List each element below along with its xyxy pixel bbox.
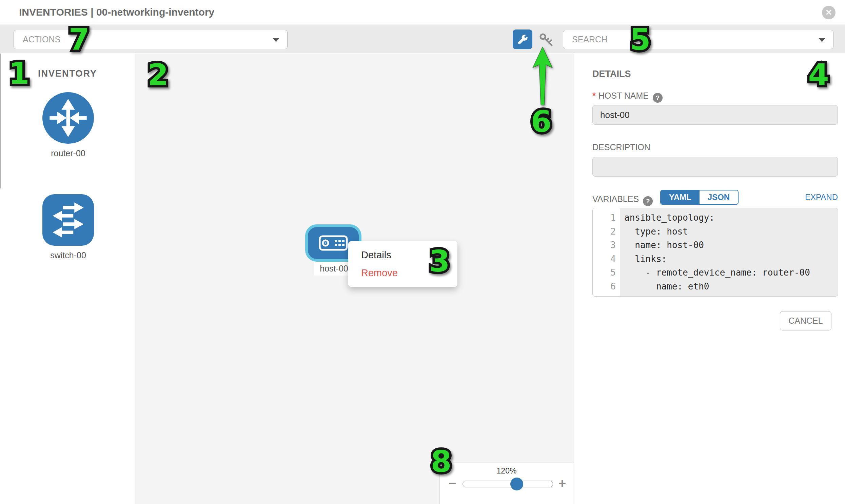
line-number: 6 — [593, 280, 620, 293]
code-line: type: host — [624, 225, 838, 239]
caret-down-icon — [273, 38, 279, 42]
key-icon[interactable] — [538, 32, 556, 47]
line-number: 3 — [593, 238, 620, 252]
wrench-icon — [516, 33, 529, 46]
router-icon — [42, 92, 94, 144]
close-button[interactable]: ✕ — [822, 6, 835, 19]
zoom-slider-thumb[interactable] — [510, 478, 523, 490]
code-line: - remote_device_name: router-00 — [624, 266, 838, 280]
code-line: remote_interface_name: eth0 — [624, 293, 838, 296]
code-editor-gutter: 1 2 3 4 5 6 7 — [593, 208, 620, 296]
palette-item-switch[interactable]: switch-00 — [42, 194, 94, 260]
details-panel: DETAILS *HOST NAME? DESCRIPTION VARIABLE… — [575, 54, 845, 504]
host-name-input[interactable] — [592, 105, 838, 125]
palette-item-label: router-00 — [42, 148, 94, 158]
app-window: INVENTORIES | 00-networking-inventory ✕ … — [0, 0, 845, 504]
context-menu-item-details[interactable]: Details — [348, 246, 457, 264]
code-line: links: — [624, 252, 838, 266]
line-number: 1 — [593, 211, 620, 225]
toolbar: ACTIONS SEARCH — [0, 25, 845, 53]
help-icon[interactable]: ? — [643, 196, 653, 206]
host-name-label: *HOST NAME? — [592, 91, 663, 103]
context-menu: Details Remove — [348, 241, 457, 287]
switch-icon — [42, 194, 94, 246]
code-editor-content[interactable]: ansible_topology: type: host name: host-… — [620, 208, 838, 296]
palette-item-router[interactable]: router-00 — [42, 92, 94, 158]
sidebar-title: INVENTORY — [0, 69, 135, 79]
caret-down-icon — [819, 38, 825, 42]
host-icon — [319, 235, 348, 251]
code-line: name: eth0 — [624, 280, 838, 293]
line-number: 7 — [593, 293, 620, 296]
host-node-label: host-00 — [314, 262, 354, 275]
header: INVENTORIES | 00-networking-inventory ✕ — [0, 0, 845, 24]
configure-topology-button[interactable] — [513, 30, 532, 49]
actions-dropdown-label: ACTIONS — [23, 30, 60, 49]
expand-link[interactable]: EXPAND — [805, 193, 838, 202]
topology-canvas[interactable]: host-00 Details Remove 120% − + — [135, 54, 574, 504]
zoom-in-button[interactable]: + — [555, 476, 570, 491]
inventory-sidebar: INVENTORY — [0, 54, 135, 504]
cancel-button[interactable]: CANCEL — [780, 311, 831, 330]
actions-dropdown[interactable]: ACTIONS — [14, 30, 287, 49]
line-number: 4 — [593, 252, 620, 266]
details-panel-title: DETAILS — [592, 69, 631, 79]
close-icon: ✕ — [822, 6, 835, 19]
search-dropdown-label: SEARCH — [572, 30, 607, 49]
required-marker: * — [592, 91, 596, 100]
line-number: 2 — [593, 225, 620, 239]
variables-label: VARIABLES? — [592, 194, 653, 206]
code-line: name: host-00 — [624, 238, 838, 252]
variables-format-toggle: YAML JSON — [660, 190, 739, 205]
tab-yaml[interactable]: YAML — [661, 191, 700, 204]
main-area: INVENTORY — [0, 54, 845, 504]
key-icon-glyph — [538, 32, 556, 47]
context-menu-item-remove[interactable]: Remove — [348, 264, 457, 282]
code-line: ansible_topology: — [624, 211, 838, 225]
page-title: INVENTORIES | 00-networking-inventory — [19, 0, 214, 24]
zoom-control: 120% − + — [439, 463, 574, 504]
help-icon[interactable]: ? — [653, 93, 663, 103]
variables-code-editor[interactable]: 1 2 3 4 5 6 7 ansible_topology: type: ho… — [592, 208, 838, 296]
description-label: DESCRIPTION — [592, 142, 650, 152]
zoom-out-button[interactable]: − — [445, 476, 460, 491]
zoom-slider-track[interactable] — [462, 481, 553, 487]
zoom-level-value: 120% — [439, 466, 574, 475]
tab-json[interactable]: JSON — [700, 191, 738, 204]
description-input[interactable] — [592, 157, 838, 177]
line-number: 5 — [593, 266, 620, 280]
palette-item-label: switch-00 — [42, 251, 94, 260]
search-dropdown[interactable]: SEARCH — [563, 30, 833, 49]
